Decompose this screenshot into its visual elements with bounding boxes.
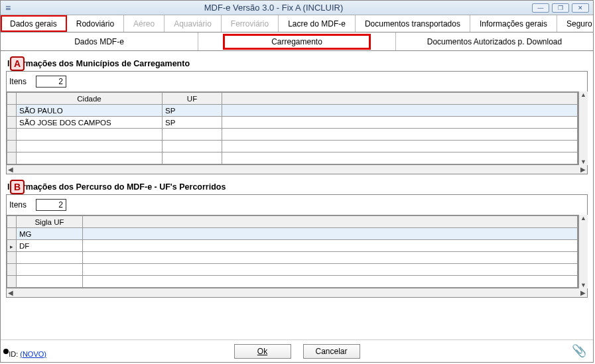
cell-blank (222, 117, 578, 129)
hamburger-icon[interactable]: ≡ (1, 2, 15, 14)
itens-row-a: Itens (6, 71, 588, 91)
cell-sigla[interactable]: DF (17, 240, 83, 252)
col-blank-a (222, 93, 578, 105)
itens-input-a[interactable] (36, 76, 66, 88)
paperclip-icon[interactable]: 📎 (572, 343, 586, 358)
vscroll-a[interactable]: ▲ ▼ (578, 91, 588, 165)
subtab-carregamento[interactable]: Carregamento (198, 32, 396, 50)
cell-cidade[interactable]: SÃO JOSE DOS CAMPOS (17, 117, 163, 129)
table-row[interactable] (7, 141, 578, 152)
grid-a[interactable]: Cidade UF SÃO PAULO SP (6, 91, 578, 165)
rowmarker[interactable] (7, 105, 17, 117)
cell-cidade[interactable]: SÃO PAULO (17, 105, 163, 117)
grid-b[interactable]: Sigla UF MG DF (6, 215, 578, 288)
record-dot-icon (3, 349, 9, 354)
main-window: ≡ MDF-e Versão 3.0 - Fix A (INCLUIR) — ❐… (0, 0, 594, 363)
ok-button[interactable]: Ok (234, 344, 291, 359)
scroll-right-icon[interactable]: ▶ (580, 166, 586, 173)
tab-seguro[interactable]: Seguro (557, 15, 595, 32)
grid-b-container: Sigla UF MG DF (6, 215, 588, 288)
subtab-label: Dados MDF-e (74, 37, 124, 46)
col-uf[interactable]: UF (163, 93, 222, 105)
sub-tabstrip: Dados MDF-e Carregamento Documentos Auto… (1, 32, 593, 51)
hscroll-a[interactable]: ◀ ▶ (6, 165, 588, 174)
subtab-documentos-download[interactable]: Documentos Autorizados p. Download (396, 32, 593, 50)
itens-label-a: Itens (9, 77, 27, 86)
cell-blank (222, 105, 578, 117)
scroll-up-icon[interactable]: ▲ (580, 215, 586, 221)
scroll-up-icon[interactable]: ▲ (580, 91, 586, 98)
grid-a-container: Cidade UF SÃO PAULO SP (6, 91, 588, 165)
status-bar: ID: (NOVO) (5, 350, 46, 358)
table-row[interactable]: MG (7, 228, 578, 240)
cancel-button[interactable]: Cancelar (303, 344, 360, 359)
rowmarker-header (7, 93, 17, 105)
scroll-left-icon[interactable]: ◀ (8, 289, 13, 296)
table-row[interactable] (7, 264, 578, 276)
section-percurso: B Informações dos Percurso do MDF-e - UF… (6, 182, 588, 298)
tab-ferroviario: Ferroviário (222, 15, 279, 32)
section-municipios: A Informações dos Municípios de Carregam… (6, 59, 588, 174)
scroll-down-icon[interactable]: ▼ (580, 282, 586, 288)
badge-b: B (10, 180, 25, 194)
window-title: MDF-e Versão 3.0 - Fix A (INCLUIR) (15, 3, 532, 13)
table-row[interactable] (7, 252, 578, 264)
button-bar: Ok Cancelar ID: (NOVO) 📎 (1, 339, 593, 362)
scroll-right-icon[interactable]: ▶ (580, 289, 586, 296)
subtab-dados-mdfe[interactable]: Dados MDF-e (1, 32, 198, 50)
badge-a: A (10, 56, 25, 71)
close-button[interactable]: ✕ (572, 3, 589, 13)
subtab-label: Carregamento (223, 34, 371, 50)
cell-blank (83, 228, 578, 240)
content-area: A Informações dos Municípios de Carregam… (1, 51, 593, 339)
tab-documentos-transportados[interactable]: Documentos transportados (356, 15, 470, 32)
tab-aereo: Aéreo (124, 15, 165, 32)
table-row[interactable] (7, 276, 578, 288)
rowmarker-header (7, 216, 17, 228)
id-link[interactable]: (NOVO) (20, 350, 46, 358)
rowmarker-current[interactable] (7, 240, 17, 252)
subtab-label: Documentos Autorizados p. Download (427, 37, 562, 46)
itens-row-b: Itens (6, 194, 588, 215)
table-row[interactable] (7, 129, 578, 141)
minimize-button[interactable]: — (532, 3, 549, 13)
cell-uf[interactable]: SP (163, 117, 222, 129)
table-row[interactable] (7, 152, 578, 164)
id-label: ID: (9, 350, 18, 358)
tab-lacre[interactable]: Lacre do MDF-e (279, 15, 356, 32)
hscroll-b[interactable]: ◀ ▶ (6, 288, 588, 298)
table-row[interactable]: DF (7, 240, 578, 252)
tab-informacoes-gerais[interactable]: Informações gerais (470, 15, 557, 32)
table-row[interactable]: SÃO JOSE DOS CAMPOS SP (7, 117, 578, 129)
vscroll-b[interactable]: ▲ ▼ (578, 215, 588, 288)
rowmarker[interactable] (7, 117, 17, 129)
tab-dados-gerais[interactable]: Dados gerais (1, 15, 67, 32)
scroll-left-icon[interactable]: ◀ (8, 166, 13, 173)
col-cidade[interactable]: Cidade (17, 93, 163, 105)
tab-rodoviario[interactable]: Rodoviário (67, 15, 124, 32)
col-blank-b (83, 216, 578, 228)
col-sigla-uf[interactable]: Sigla UF (17, 216, 83, 228)
scroll-down-icon[interactable]: ▼ (580, 158, 586, 165)
cell-sigla[interactable]: MG (17, 228, 83, 240)
itens-label-b: Itens (9, 200, 27, 210)
section-b-title: Informações dos Percurso do MDF-e - UF's… (7, 182, 588, 192)
main-tabstrip: Dados gerais Rodoviário Aéreo Aquaviário… (1, 15, 593, 32)
restore-button[interactable]: ❐ (552, 3, 569, 13)
section-a-title: Informações dos Municípios de Carregamen… (7, 59, 588, 68)
itens-input-b[interactable] (36, 199, 66, 211)
window-controls: — ❐ ✕ (532, 3, 593, 13)
tab-aquaviario: Aquaviário (165, 15, 222, 32)
cell-blank (83, 240, 578, 252)
table-row[interactable]: SÃO PAULO SP (7, 105, 578, 117)
cell-uf[interactable]: SP (163, 105, 222, 117)
title-bar: ≡ MDF-e Versão 3.0 - Fix A (INCLUIR) — ❐… (1, 1, 593, 15)
rowmarker[interactable] (7, 228, 17, 240)
